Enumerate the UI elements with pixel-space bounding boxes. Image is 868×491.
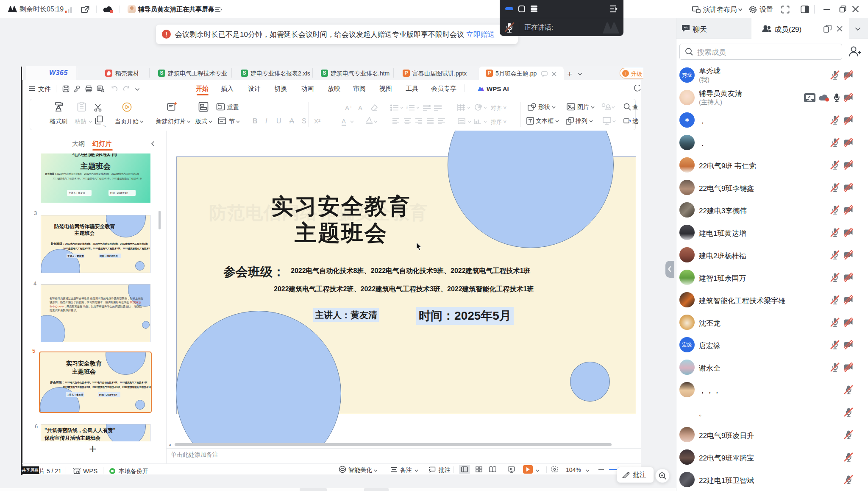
svg-text:2: 2 — [406, 107, 408, 109]
